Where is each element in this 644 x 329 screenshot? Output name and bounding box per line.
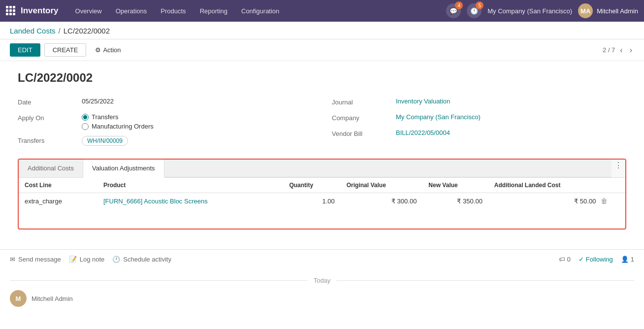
nav-products[interactable]: Products bbox=[154, 0, 193, 22]
col-new-value: New Value bbox=[422, 178, 488, 193]
bottom-right: 🏷 0 ✓ Following 👤 1 bbox=[559, 256, 634, 263]
table-row: extra_charge [FURN_6666] Acoustic Bloc S… bbox=[19, 193, 625, 209]
radio-manufacturing-input[interactable] bbox=[82, 123, 89, 130]
transfers-label: Transfers bbox=[18, 136, 82, 144]
cell-new-value: ₹ 350.00 bbox=[422, 193, 488, 209]
user-menu[interactable]: MA Mitchell Admin bbox=[578, 3, 638, 18]
date-field: Date 05/25/2022 bbox=[18, 95, 312, 110]
chat-icon-btn[interactable]: 💬 4 bbox=[446, 3, 461, 18]
action-label: Action bbox=[103, 46, 121, 54]
valuation-table: Cost Line Product Quantity Original Valu… bbox=[19, 178, 625, 209]
table-body: extra_charge [FURN_6666] Acoustic Bloc S… bbox=[19, 193, 625, 209]
chat-badge: 4 bbox=[455, 1, 463, 9]
commenter-name: Mitchell Admin bbox=[32, 295, 73, 302]
journal-value[interactable]: Inventory Valuation bbox=[396, 98, 450, 105]
col-additional-landed-cost: Additional Landed Cost bbox=[488, 178, 613, 193]
prev-button[interactable]: ‹ bbox=[618, 46, 624, 55]
radio-transfers-input[interactable] bbox=[82, 114, 89, 121]
check-icon: ✓ bbox=[579, 256, 584, 263]
tab-additional-costs[interactable]: Additional Costs bbox=[19, 160, 83, 177]
nav-menu: Overview Operations Products Reporting C… bbox=[68, 0, 287, 22]
col-product: Product bbox=[97, 178, 283, 193]
create-button[interactable]: CREATE bbox=[44, 43, 87, 57]
cell-quantity: 1.00 bbox=[283, 193, 340, 209]
company-value[interactable]: My Company (San Francisco) bbox=[396, 113, 481, 121]
user-name: Mitchell Admin bbox=[597, 7, 638, 15]
navbar-right: 💬 4 🕐 5 My Company (San Francisco) MA Mi… bbox=[446, 3, 638, 18]
transfer-badge[interactable]: WH/IN/00009 bbox=[82, 136, 128, 146]
apply-on-field: Apply On Transfers Manufacturing Orders bbox=[18, 110, 312, 133]
apply-on-label: Apply On bbox=[18, 113, 82, 122]
journal-field: Journal Inventory Valuation bbox=[332, 95, 626, 110]
cell-original-value: ₹ 300.00 bbox=[341, 193, 423, 209]
table-container: Cost Line Product Quantity Original Valu… bbox=[19, 178, 625, 229]
pagination: 2 / 7 ‹ › bbox=[603, 46, 634, 55]
today-section: Today M Mitchell Admin bbox=[0, 269, 644, 315]
company-label: Company bbox=[332, 113, 396, 122]
journal-label: Journal bbox=[332, 98, 396, 106]
cell-row-options bbox=[613, 193, 625, 209]
transfers-field: Transfers WH/IN/00009 bbox=[18, 133, 312, 149]
delete-row-icon[interactable]: 🗑 bbox=[601, 197, 608, 205]
breadcrumb-current: LC/2022/0002 bbox=[64, 27, 110, 35]
vendor-bill-field: Vendor Bill BILL/2022/05/0004 bbox=[332, 126, 626, 142]
date-label: Date bbox=[18, 98, 82, 106]
comment-area: M Mitchell Admin bbox=[10, 290, 634, 307]
page-wrapper: Landed Costs / LC/2022/0002 EDIT CREATE … bbox=[0, 22, 644, 329]
cell-additional-landed-cost: ₹ 50.00 🗑 bbox=[488, 193, 613, 209]
nav-overview[interactable]: Overview bbox=[68, 0, 109, 22]
breadcrumb: Landed Costs / LC/2022/0002 bbox=[0, 22, 644, 39]
nav-configuration[interactable]: Configuration bbox=[234, 0, 286, 22]
people-count: 👤 1 bbox=[621, 256, 634, 263]
radio-transfers-label: Transfers bbox=[92, 113, 118, 121]
nav-reporting[interactable]: Reporting bbox=[193, 0, 234, 22]
col-cost-line: Cost Line bbox=[19, 178, 97, 193]
col-quantity: Quantity bbox=[283, 178, 340, 193]
gear-icon: ⚙ bbox=[95, 46, 101, 54]
send-message-button[interactable]: ✉ Send message bbox=[10, 256, 61, 263]
radio-manufacturing-label: Manufacturing Orders bbox=[92, 123, 154, 130]
today-divider: Today bbox=[10, 277, 634, 284]
comment-avatar: M bbox=[10, 290, 27, 307]
breadcrumb-separator: / bbox=[59, 27, 61, 35]
next-button[interactable]: › bbox=[628, 46, 634, 55]
table-options-icon[interactable]: ⋮ bbox=[612, 160, 625, 177]
schedule-activity-button[interactable]: 🕐 Schedule activity bbox=[112, 256, 171, 263]
bottom-bar: ✉ Send message 📝 Log note 🕐 Schedule act… bbox=[0, 249, 644, 269]
cell-cost-line: extra_charge bbox=[19, 193, 97, 209]
col-original-value: Original Value bbox=[341, 178, 423, 193]
radio-transfers[interactable]: Transfers bbox=[82, 113, 154, 121]
tag-icon: 🏷 bbox=[559, 256, 565, 263]
tab-section: Additional Costs Valuation Adjustments ⋮… bbox=[18, 159, 626, 230]
message-icon: ✉ bbox=[10, 256, 15, 263]
breadcrumb-parent[interactable]: Landed Costs bbox=[10, 27, 56, 35]
log-note-button[interactable]: 📝 Log note bbox=[69, 256, 105, 263]
tab-valuation-adjustments[interactable]: Valuation Adjustments bbox=[83, 160, 164, 178]
nav-operations[interactable]: Operations bbox=[109, 0, 154, 22]
activity-icon-btn[interactable]: 🕐 5 bbox=[467, 3, 482, 18]
today-label: Today bbox=[314, 277, 331, 284]
company-name[interactable]: My Company (San Francisco) bbox=[487, 7, 572, 15]
date-value: 05/25/2022 bbox=[82, 98, 114, 105]
apps-icon[interactable] bbox=[6, 6, 16, 16]
pagination-text: 2 / 7 bbox=[603, 46, 615, 54]
content-area: LC/2022/0002 Date 05/25/2022 Apply On Tr… bbox=[0, 61, 644, 249]
brand-name[interactable]: Inventory bbox=[21, 6, 59, 16]
cell-product: [FURN_6666] Acoustic Bloc Screens bbox=[97, 193, 283, 209]
col-actions bbox=[613, 178, 625, 193]
action-button[interactable]: ⚙ Action bbox=[90, 44, 126, 56]
following-button[interactable]: ✓ Following bbox=[579, 256, 613, 263]
apply-on-options: Transfers Manufacturing Orders bbox=[82, 113, 154, 130]
activity-badge: 5 bbox=[476, 1, 483, 9]
toolbar: EDIT CREATE ⚙ Action 2 / 7 ‹ › bbox=[0, 39, 644, 61]
company-field: Company My Company (San Francisco) bbox=[332, 110, 626, 126]
radio-manufacturing[interactable]: Manufacturing Orders bbox=[82, 123, 154, 130]
follower-count: 🏷 0 bbox=[559, 256, 571, 263]
tab-bar: Additional Costs Valuation Adjustments ⋮ bbox=[19, 160, 625, 178]
navbar: Inventory Overview Operations Products R… bbox=[0, 0, 644, 22]
table-header: Cost Line Product Quantity Original Valu… bbox=[19, 178, 625, 193]
avatar: MA bbox=[578, 3, 593, 18]
vendor-bill-label: Vendor Bill bbox=[332, 129, 396, 137]
vendor-bill-value[interactable]: BILL/2022/05/0004 bbox=[396, 129, 450, 136]
edit-button[interactable]: EDIT bbox=[10, 43, 40, 57]
